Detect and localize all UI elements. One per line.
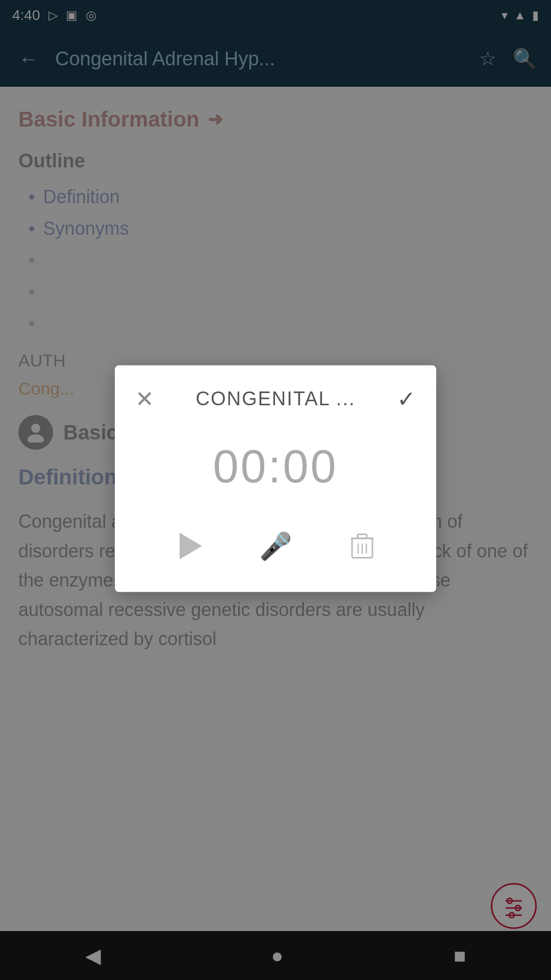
dialog-close-button[interactable]: ✕ bbox=[135, 386, 154, 412]
recording-dialog: ✕ CONGENITAL ... ✓ 00:00 🎤 bbox=[115, 365, 436, 592]
svg-rect-9 bbox=[358, 534, 367, 538]
dialog-header: ✕ CONGENITAL ... ✓ bbox=[115, 365, 436, 426]
play-triangle-icon bbox=[180, 533, 202, 559]
dialog-confirm-button[interactable]: ✓ bbox=[397, 386, 416, 412]
dialog-timer: 00:00 bbox=[115, 426, 436, 516]
microphone-icon: 🎤 bbox=[259, 530, 292, 561]
delete-button[interactable] bbox=[342, 526, 383, 567]
timer-display: 00:00 bbox=[213, 441, 338, 492]
play-button[interactable] bbox=[168, 526, 209, 567]
mic-button[interactable]: 🎤 bbox=[255, 526, 296, 567]
dialog-title: CONGENITAL ... bbox=[195, 388, 355, 410]
dialog-controls: 🎤 bbox=[115, 516, 436, 592]
trash-icon bbox=[350, 532, 374, 560]
